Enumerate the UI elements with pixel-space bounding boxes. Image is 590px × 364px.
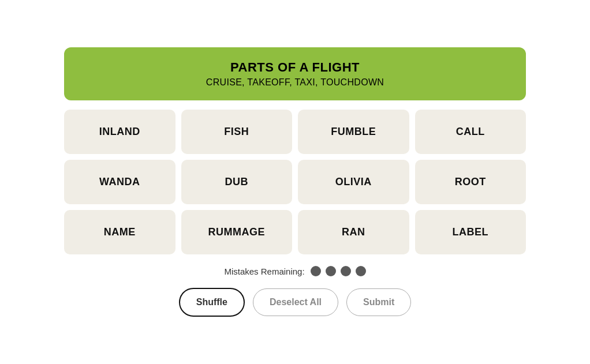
word-card-inland[interactable]: INLAND — [64, 110, 175, 154]
word-grid: INLANDFISHFUMBLECALLWANDADUBOLIVIAROOTNA… — [64, 110, 526, 254]
mistake-dots — [311, 266, 366, 276]
word-card-fumble[interactable]: FUMBLE — [298, 110, 409, 154]
mistakes-row: Mistakes Remaining: — [64, 266, 526, 276]
mistake-dot-3 — [341, 266, 351, 276]
deselect-button[interactable]: Deselect All — [253, 288, 338, 316]
word-card-root[interactable]: ROOT — [415, 160, 526, 204]
game-container: PARTS OF A FLIGHT CRUISE, TAKEOFF, TAXI,… — [64, 47, 526, 317]
word-card-rummage[interactable]: RUMMAGE — [181, 210, 293, 254]
mistake-dot-2 — [326, 266, 336, 276]
word-card-olivia[interactable]: OLIVIA — [298, 160, 409, 204]
word-card-ran[interactable]: RAN — [298, 210, 409, 254]
mistakes-label: Mistakes Remaining: — [224, 267, 304, 276]
controls-row: Shuffle Deselect All Submit — [64, 288, 526, 317]
submit-button[interactable]: Submit — [346, 288, 411, 316]
word-card-fish[interactable]: FISH — [181, 110, 293, 154]
category-title: PARTS OF A FLIGHT — [81, 60, 509, 75]
word-card-label[interactable]: LABEL — [415, 210, 526, 254]
word-card-dub[interactable]: DUB — [181, 160, 293, 204]
word-card-name[interactable]: NAME — [64, 210, 175, 254]
mistake-dot-4 — [356, 266, 366, 276]
category-words: CRUISE, TAKEOFF, TAXI, TOUCHDOWN — [81, 77, 509, 88]
word-card-call[interactable]: CALL — [415, 110, 526, 154]
mistake-dot-1 — [311, 266, 321, 276]
category-banner: PARTS OF A FLIGHT CRUISE, TAKEOFF, TAXI,… — [64, 47, 526, 100]
shuffle-button[interactable]: Shuffle — [179, 288, 245, 317]
word-card-wanda[interactable]: WANDA — [64, 160, 175, 204]
